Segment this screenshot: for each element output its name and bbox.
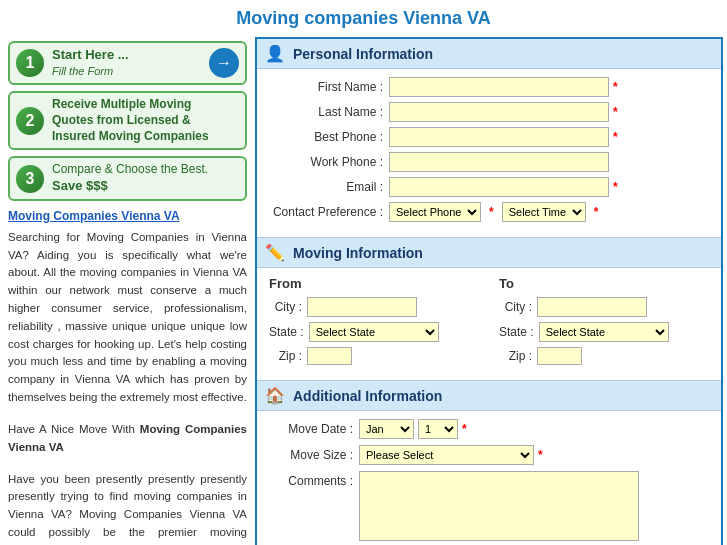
email-input[interactable] (389, 177, 609, 197)
from-state-row: State : Select State ALAKAZAR CACOCTDE F… (269, 322, 479, 342)
moving-to-col: To City : State : Select State ALAKAZAR … (499, 276, 709, 370)
contact-time-select[interactable]: Select Time Morning Afternoon Evening (502, 202, 586, 222)
from-city-label: City : (269, 300, 307, 314)
comments-row: Comments : (269, 471, 709, 541)
step-2-box: 2 Receive Multiple MovingQuotes from Lic… (8, 91, 247, 150)
first-name-label: First Name : (269, 80, 389, 94)
step-3-box: 3 Compare & Choose the Best. Save $$$ (8, 156, 247, 200)
to-zip-row: Zip : (499, 347, 709, 365)
move-date-label: Move Date : (269, 422, 359, 436)
additional-info-section: Move Date : JanFebMarApr MayJunJulAug Se… (257, 411, 721, 545)
work-phone-label: Work Phone : (269, 155, 389, 169)
step-2-text: Receive Multiple MovingQuotes from Licen… (52, 97, 239, 144)
step-2-number: 2 (16, 107, 44, 135)
from-label: From (269, 276, 479, 291)
page-title: Moving companies Vienna VA (0, 0, 727, 35)
step-1-number: 1 (16, 49, 44, 77)
personal-info-icon: 👤 (265, 44, 285, 63)
sidebar-paragraph-3: Have you been presently presently presen… (8, 471, 247, 546)
last-name-input[interactable] (389, 102, 609, 122)
from-state-label: State : (269, 325, 309, 339)
personal-info-section: First Name : * Last Name : * Best Phone … (257, 69, 721, 238)
step-1-text: Start Here ... Fill the Form (52, 47, 209, 79)
last-name-row: Last Name : * (269, 102, 709, 122)
from-zip-label: Zip : (269, 349, 307, 363)
step-1-box: 1 Start Here ... Fill the Form → (8, 41, 247, 85)
additional-info-header: 🏠 Additional Information (257, 381, 721, 411)
first-name-row: First Name : * (269, 77, 709, 97)
best-phone-required: * (613, 130, 618, 144)
move-size-select[interactable]: Please Select Studio 1 Bedroom 2 Bedroom… (359, 445, 534, 465)
moving-from-col: From City : State : Select State ALAKAZA… (269, 276, 479, 370)
from-zip-input[interactable] (307, 347, 352, 365)
move-size-required: * (538, 448, 543, 462)
best-phone-label: Best Phone : (269, 130, 389, 144)
contact-pref-controls: Select Phone Home Phone Work Phone Cell … (389, 202, 598, 222)
contact-time-required: * (594, 205, 599, 219)
from-zip-row: Zip : (269, 347, 479, 365)
personal-info-header: 👤 Personal Information (257, 39, 721, 69)
sidebar-paragraph-2: Have A Nice Move With Moving Companies V… (8, 421, 247, 457)
moving-info-header: ✏️ Moving Information (257, 238, 721, 268)
from-state-select[interactable]: Select State ALAKAZAR CACOCTDE FLGAHIID … (309, 322, 439, 342)
first-name-input[interactable] (389, 77, 609, 97)
work-phone-row: Work Phone : (269, 152, 709, 172)
from-city-input[interactable] (307, 297, 417, 317)
additional-info-title: Additional Information (293, 388, 442, 404)
last-name-label: Last Name : (269, 105, 389, 119)
to-zip-label: Zip : (499, 349, 537, 363)
move-month-select[interactable]: JanFebMarApr MayJunJulAug SepOctNovDec (359, 419, 414, 439)
to-city-label: City : (499, 300, 537, 314)
step-3-number: 3 (16, 165, 44, 193)
to-city-input[interactable] (537, 297, 647, 317)
best-phone-row: Best Phone : * (269, 127, 709, 147)
sidebar-moving-companies-link[interactable]: Moving Companies Vienna VA (8, 209, 247, 223)
move-size-row: Move Size : Please Select Studio 1 Bedro… (269, 445, 709, 465)
to-state-label: State : (499, 325, 539, 339)
additional-info-icon: 🏠 (265, 386, 285, 405)
move-date-row: Move Date : JanFebMarApr MayJunJulAug Se… (269, 419, 709, 439)
moving-info-section: From City : State : Select State ALAKAZA… (257, 268, 721, 381)
comments-label: Comments : (269, 471, 359, 488)
email-row: Email : * (269, 177, 709, 197)
from-city-row: City : (269, 297, 479, 317)
contact-pref-row: Contact Preference : Select Phone Home P… (269, 202, 709, 222)
email-required: * (613, 180, 618, 194)
sidebar-paragraph-1: Searching for Moving Companies in Vienna… (8, 229, 247, 407)
to-label: To (499, 276, 709, 291)
personal-info-title: Personal Information (293, 46, 433, 62)
to-zip-input[interactable] (537, 347, 582, 365)
form-panel: 👤 Personal Information First Name : * La… (255, 37, 723, 545)
step-1-arrow: → (209, 48, 239, 78)
moving-info-icon: ✏️ (265, 243, 285, 262)
best-phone-input[interactable] (389, 127, 609, 147)
move-date-required: * (462, 422, 467, 436)
to-state-select[interactable]: Select State ALAKAZAR CACOCTDE FLGAHIID … (539, 322, 669, 342)
first-name-required: * (613, 80, 618, 94)
sidebar: 1 Start Here ... Fill the Form → 2 Recei… (0, 35, 255, 545)
to-city-row: City : (499, 297, 709, 317)
contact-phone-select[interactable]: Select Phone Home Phone Work Phone Cell … (389, 202, 481, 222)
step-3-text: Compare & Choose the Best. Save $$$ (52, 162, 239, 194)
email-label: Email : (269, 180, 389, 194)
move-size-label: Move Size : (269, 448, 359, 462)
moving-grid: From City : State : Select State ALAKAZA… (269, 276, 709, 370)
last-name-required: * (613, 105, 618, 119)
move-day-select[interactable]: 12345 678910 1112131415 1617181920 21222… (418, 419, 458, 439)
work-phone-input[interactable] (389, 152, 609, 172)
comments-textarea[interactable] (359, 471, 639, 541)
contact-pref-label: Contact Preference : (269, 205, 389, 219)
contact-phone-required: * (489, 205, 494, 219)
to-state-row: State : Select State ALAKAZAR CACOCTDE F… (499, 322, 709, 342)
moving-info-title: Moving Information (293, 245, 423, 261)
